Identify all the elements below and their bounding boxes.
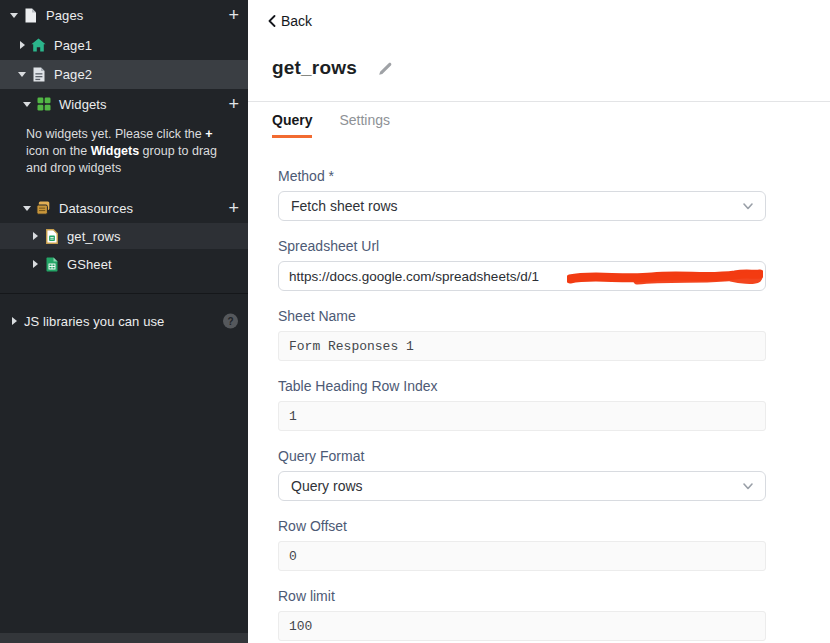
chevron-down-icon (741, 199, 755, 213)
add-widget-button[interactable]: + (228, 95, 239, 113)
gsheet-icon (43, 257, 60, 272)
field-method: Method * Fetch sheet rows (278, 168, 766, 221)
sheet-name-input[interactable]: Form Responses 1 (278, 331, 766, 361)
field-row-offset: Row Offset 0 (278, 518, 766, 571)
widgets-icon (35, 97, 52, 111)
row-offset-value: 0 (289, 549, 297, 564)
field-query-format: Query Format Query rows (278, 448, 766, 501)
chevron-right-icon[interactable] (16, 41, 28, 49)
field-table-heading-row-index: Table Heading Row Index 1 (278, 378, 766, 431)
entity-explorer-sidebar: Pages + Page1 Pa (0, 0, 248, 643)
datasources-icon (35, 201, 52, 215)
spreadsheet-url-label: Spreadsheet Url (278, 238, 766, 254)
chevron-right-icon[interactable] (29, 232, 41, 240)
sheet-name-label: Sheet Name (278, 308, 766, 324)
query-editor-panel: Back get_rows Query Settings Method * Fe… (248, 0, 830, 643)
row-limit-value: 100 (289, 619, 312, 634)
help-icon[interactable]: ? (223, 314, 238, 329)
row-offset-input[interactable]: 0 (278, 541, 766, 571)
page-file-icon (30, 67, 47, 82)
sidebar-scrollbar-track[interactable] (0, 633, 248, 643)
query-format-label: Query Format (278, 448, 766, 464)
spreadsheet-url-value: https://docs.google.com/spreadsheets/d/1 (289, 269, 539, 284)
title-row: get_rows (248, 55, 830, 81)
field-row-limit: Row limit 100 (278, 588, 766, 641)
get-rows-label: get_rows (67, 229, 121, 244)
chevron-down-icon[interactable] (8, 13, 20, 18)
datasources-group-label: Datasources (59, 201, 133, 216)
sidebar-item-gsheet[interactable]: GSheet (0, 249, 248, 279)
back-label: Back (281, 13, 312, 29)
page2-label: Page2 (54, 67, 92, 82)
table-heading-row-index-value: 1 (289, 409, 297, 424)
chevron-down-icon[interactable] (16, 72, 28, 77)
sidebar-js-libraries[interactable]: JS libraries you can use ? (0, 307, 248, 335)
row-limit-input[interactable]: 100 (278, 611, 766, 641)
query-sheet-file-icon (43, 229, 60, 244)
edit-pencil-icon[interactable] (378, 61, 393, 76)
query-format-select[interactable]: Query rows (278, 471, 766, 501)
home-icon (30, 38, 47, 52)
sidebar-item-page1[interactable]: Page1 (0, 30, 248, 60)
tab-bar: Query Settings (248, 102, 830, 138)
redaction-scribble (567, 266, 763, 288)
js-libraries-label: JS libraries you can use (24, 314, 164, 329)
add-datasource-button[interactable]: + (228, 199, 239, 217)
tab-query[interactable]: Query (272, 112, 312, 138)
hint-plus-glyph: + (205, 127, 212, 141)
spreadsheet-url-input[interactable]: https://docs.google.com/spreadsheets/d/1 (278, 261, 766, 291)
sheet-name-value: Form Responses 1 (289, 339, 414, 354)
hint-widgets-word: Widgets (91, 144, 140, 158)
page1-label: Page1 (54, 38, 92, 53)
method-select[interactable]: Fetch sheet rows (278, 191, 766, 221)
chevron-right-icon[interactable] (29, 260, 41, 268)
page-title: get_rows (272, 57, 357, 79)
chevron-down-icon (741, 479, 755, 493)
query-format-select-value: Query rows (291, 478, 363, 494)
field-sheet-name: Sheet Name Form Responses 1 (278, 308, 766, 361)
row-offset-label: Row Offset (278, 518, 766, 534)
tab-settings[interactable]: Settings (339, 112, 390, 138)
chevron-down-icon[interactable] (21, 102, 33, 107)
app-window: Pages + Page1 Pa (0, 0, 830, 643)
row-limit-label: Row limit (278, 588, 766, 604)
method-label: Method * (278, 168, 766, 184)
method-select-value: Fetch sheet rows (291, 198, 398, 214)
sidebar-group-datasources[interactable]: Datasources + (0, 193, 248, 223)
sidebar-group-pages[interactable]: Pages + (0, 0, 248, 30)
pages-group-label: Pages (46, 8, 83, 23)
add-page-button[interactable]: + (228, 6, 239, 24)
table-heading-row-index-label: Table Heading Row Index (278, 378, 766, 394)
pages-icon (22, 8, 39, 23)
sidebar-item-get-rows[interactable]: get_rows (0, 223, 248, 249)
chevron-left-icon (268, 15, 276, 27)
gsheet-label: GSheet (67, 257, 112, 272)
back-button[interactable]: Back (248, 0, 830, 32)
sidebar-item-page2[interactable]: Page2 (0, 60, 248, 89)
no-widgets-hint: No widgets yet. Please click the + icon … (26, 126, 234, 177)
sidebar-group-widgets[interactable]: Widgets + (0, 89, 248, 119)
widgets-group-label: Widgets (59, 97, 107, 112)
chevron-down-icon[interactable] (21, 206, 33, 211)
sidebar-section-divider (0, 293, 248, 294)
table-heading-row-index-input[interactable]: 1 (278, 401, 766, 431)
field-spreadsheet-url: Spreadsheet Url https://docs.google.com/… (278, 238, 766, 291)
chevron-right-icon[interactable] (8, 317, 20, 325)
query-form: Method * Fetch sheet rows Spreadsheet Ur… (248, 138, 766, 641)
